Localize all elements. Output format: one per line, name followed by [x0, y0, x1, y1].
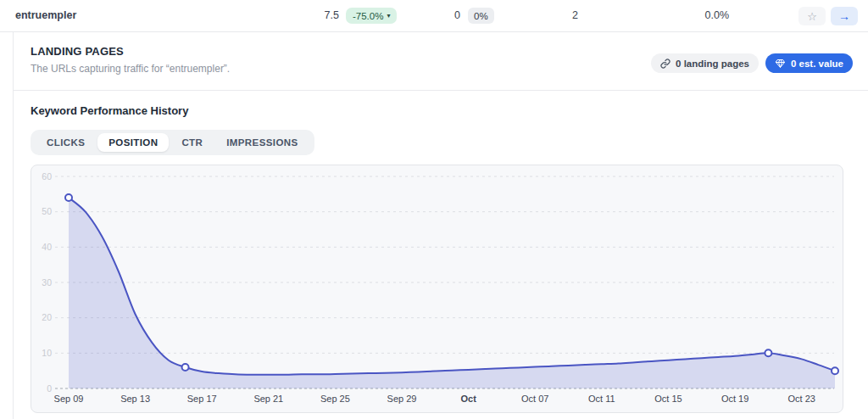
- star-button[interactable]: ☆: [798, 7, 826, 25]
- landing-pages-badges: 0 landing pages 0 est. value: [651, 45, 853, 90]
- page: entruempler 7.5 -75.0% ▾ 0 0% 2 0.0% ☆ →…: [0, 0, 868, 419]
- svg-text:Sep 25: Sep 25: [320, 394, 350, 404]
- svg-text:10: 10: [42, 348, 52, 358]
- clicks-value: 0: [437, 9, 460, 21]
- svg-text:Sep 21: Sep 21: [253, 394, 283, 404]
- landing-pages-subtitle: The URLs capturing traffic for “entruemp…: [31, 63, 230, 75]
- svg-text:20: 20: [42, 312, 52, 322]
- performance-tabs: CLICKSPOSITIONCTRIMPRESSIONS: [31, 130, 314, 155]
- arrow-right-icon: →: [838, 9, 850, 23]
- gem-icon: [775, 59, 786, 69]
- svg-text:Oct 07: Oct 07: [521, 394, 548, 404]
- svg-text:0: 0: [47, 383, 52, 394]
- clicks-percent-badge: 0%: [468, 8, 494, 24]
- svg-text:60: 60: [42, 171, 52, 182]
- landing-pages-title: LANDING PAGES: [31, 45, 230, 58]
- est-value-label: 0 est. value: [791, 59, 843, 69]
- svg-text:Sep 29: Sep 29: [387, 394, 417, 404]
- svg-text:Oct 15: Oct 15: [654, 394, 682, 404]
- position-chart-card[interactable]: 0102030405060Sep 09Sep 13Sep 17Sep 21Sep…: [31, 165, 843, 413]
- tab-ctr[interactable]: CTR: [170, 133, 214, 152]
- star-icon: ☆: [807, 10, 817, 23]
- position-change-value: -75.0%: [353, 11, 383, 21]
- svg-text:Oct: Oct: [460, 394, 476, 404]
- link-icon: [660, 59, 670, 69]
- ctr-value: 0.0%: [698, 9, 729, 21]
- keyword-detail-panel: LANDING PAGES The URLs capturing traffic…: [13, 32, 868, 419]
- chevron-down-icon: ▾: [387, 12, 390, 20]
- tab-clicks[interactable]: CLICKS: [36, 133, 96, 152]
- position-value: 7.5: [305, 9, 339, 21]
- keyword-name[interactable]: entruempler: [15, 9, 76, 21]
- svg-text:40: 40: [42, 242, 52, 252]
- svg-text:Sep 17: Sep 17: [187, 394, 217, 404]
- landing-pages-text: LANDING PAGES The URLs capturing traffic…: [31, 45, 230, 90]
- performance-section: Keyword Performance History CLICKSPOSITI…: [14, 91, 868, 413]
- tab-position[interactable]: POSITION: [97, 133, 169, 152]
- landing-pages-header: LANDING PAGES The URLs capturing traffic…: [14, 32, 868, 91]
- landing-pages-count-label: 0 landing pages: [676, 59, 749, 69]
- performance-title: Keyword Performance History: [31, 104, 868, 117]
- svg-text:Sep 09: Sep 09: [54, 394, 84, 404]
- svg-text:Oct 11: Oct 11: [588, 394, 615, 404]
- svg-text:50: 50: [42, 206, 52, 216]
- position-change-badge[interactable]: -75.0% ▾: [346, 8, 397, 24]
- landing-pages-count-pill[interactable]: 0 landing pages: [651, 53, 759, 73]
- svg-text:Oct 19: Oct 19: [721, 394, 748, 404]
- est-value-pill[interactable]: 0 est. value: [765, 53, 853, 73]
- keyword-row[interactable]: entruempler 7.5 -75.0% ▾ 0 0% 2 0.0% ☆ →: [0, 0, 868, 32]
- svg-text:Oct 23: Oct 23: [787, 394, 815, 404]
- svg-text:Sep 13: Sep 13: [120, 394, 150, 404]
- impressions-value: 2: [568, 9, 578, 21]
- position-chart-svg: 0102030405060Sep 09Sep 13Sep 17Sep 21Sep…: [31, 165, 843, 412]
- tab-impressions[interactable]: IMPRESSIONS: [215, 133, 309, 152]
- open-keyword-button[interactable]: →: [831, 7, 858, 25]
- svg-text:30: 30: [42, 277, 52, 288]
